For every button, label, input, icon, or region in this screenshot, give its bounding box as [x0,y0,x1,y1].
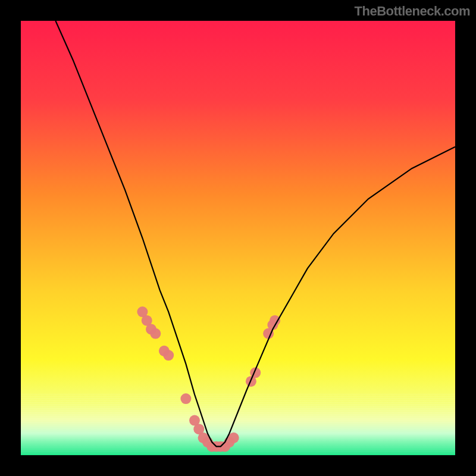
chart-svg [21,21,455,455]
gradient-bg [21,21,455,455]
marker-dot [180,393,191,404]
marker-dot [228,433,239,443]
marker-dot [163,350,174,361]
watermark-text: TheBottleneck.com [355,4,470,19]
plot-area [21,21,455,455]
chart-frame: TheBottleneck.com [0,0,476,476]
marker-dot [150,328,161,339]
